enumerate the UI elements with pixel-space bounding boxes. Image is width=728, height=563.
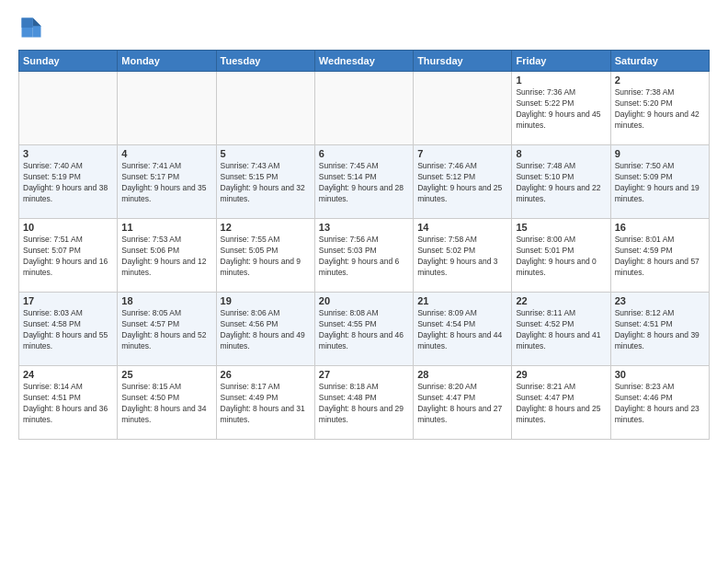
calendar-cell: 23Sunrise: 8:12 AM Sunset: 4:51 PM Dayli… bbox=[610, 293, 709, 366]
day-info: Sunrise: 8:17 AM Sunset: 4:49 PM Dayligh… bbox=[221, 382, 311, 426]
day-info: Sunrise: 7:56 AM Sunset: 5:03 PM Dayligh… bbox=[319, 235, 409, 279]
day-info: Sunrise: 7:41 AM Sunset: 5:17 PM Dayligh… bbox=[121, 161, 211, 205]
calendar-cell: 22Sunrise: 8:11 AM Sunset: 4:52 PM Dayli… bbox=[512, 293, 610, 366]
day-number: 19 bbox=[221, 295, 311, 306]
day-info: Sunrise: 7:45 AM Sunset: 5:14 PM Dayligh… bbox=[319, 161, 409, 205]
calendar-cell: 13Sunrise: 7:56 AM Sunset: 5:03 PM Dayli… bbox=[314, 219, 413, 293]
day-info: Sunrise: 8:15 AM Sunset: 4:50 PM Dayligh… bbox=[121, 382, 211, 426]
calendar-cell: 14Sunrise: 7:58 AM Sunset: 5:02 PM Dayli… bbox=[414, 219, 512, 293]
calendar-cell: 7Sunrise: 7:46 AM Sunset: 5:12 PM Daylig… bbox=[414, 145, 512, 219]
day-number: 17 bbox=[23, 295, 113, 306]
day-number: 11 bbox=[121, 222, 211, 233]
calendar-cell: 9Sunrise: 7:50 AM Sunset: 5:09 PM Daylig… bbox=[610, 145, 709, 219]
calendar-cell bbox=[314, 72, 413, 145]
day-number: 9 bbox=[615, 148, 705, 159]
day-info: Sunrise: 7:50 AM Sunset: 5:09 PM Dayligh… bbox=[615, 161, 705, 205]
day-info: Sunrise: 7:48 AM Sunset: 5:10 PM Dayligh… bbox=[516, 161, 606, 205]
calendar-cell bbox=[216, 72, 314, 145]
calendar-cell: 26Sunrise: 8:17 AM Sunset: 4:49 PM Dayli… bbox=[216, 366, 314, 440]
calendar-cell: 8Sunrise: 7:48 AM Sunset: 5:10 PM Daylig… bbox=[512, 145, 610, 219]
day-info: Sunrise: 7:51 AM Sunset: 5:07 PM Dayligh… bbox=[23, 235, 113, 279]
day-info: Sunrise: 7:43 AM Sunset: 5:15 PM Dayligh… bbox=[221, 161, 311, 205]
day-info: Sunrise: 7:46 AM Sunset: 5:12 PM Dayligh… bbox=[417, 161, 507, 205]
calendar-cell: 4Sunrise: 7:41 AM Sunset: 5:17 PM Daylig… bbox=[118, 145, 216, 219]
day-number: 25 bbox=[121, 369, 211, 380]
calendar-cell: 6Sunrise: 7:45 AM Sunset: 5:14 PM Daylig… bbox=[314, 145, 413, 219]
calendar-cell: 21Sunrise: 8:09 AM Sunset: 4:54 PM Dayli… bbox=[414, 293, 512, 366]
calendar-cell: 12Sunrise: 7:55 AM Sunset: 5:05 PM Dayli… bbox=[216, 219, 314, 293]
day-info: Sunrise: 8:12 AM Sunset: 4:51 PM Dayligh… bbox=[615, 308, 705, 352]
day-info: Sunrise: 8:11 AM Sunset: 4:52 PM Dayligh… bbox=[516, 308, 606, 352]
calendar-week-row: 24Sunrise: 8:14 AM Sunset: 4:51 PM Dayli… bbox=[19, 366, 710, 440]
day-info: Sunrise: 8:21 AM Sunset: 4:47 PM Dayligh… bbox=[516, 382, 606, 426]
day-number: 1 bbox=[516, 75, 606, 86]
calendar-cell bbox=[19, 72, 118, 145]
day-number: 28 bbox=[417, 369, 507, 380]
day-info: Sunrise: 8:23 AM Sunset: 4:46 PM Dayligh… bbox=[615, 382, 705, 426]
logo-icon bbox=[18, 15, 44, 40]
calendar-cell: 24Sunrise: 8:14 AM Sunset: 4:51 PM Dayli… bbox=[19, 366, 118, 440]
calendar-cell: 20Sunrise: 8:08 AM Sunset: 4:55 PM Dayli… bbox=[314, 293, 413, 366]
calendar-cell: 15Sunrise: 8:00 AM Sunset: 5:01 PM Dayli… bbox=[512, 219, 610, 293]
day-number: 16 bbox=[615, 222, 705, 233]
day-number: 2 bbox=[615, 75, 705, 86]
header bbox=[18, 15, 710, 40]
day-number: 8 bbox=[516, 148, 606, 159]
day-number: 18 bbox=[121, 295, 211, 306]
calendar-cell: 10Sunrise: 7:51 AM Sunset: 5:07 PM Dayli… bbox=[19, 219, 118, 293]
calendar-week-row: 1Sunrise: 7:36 AM Sunset: 5:22 PM Daylig… bbox=[19, 72, 710, 145]
day-info: Sunrise: 7:55 AM Sunset: 5:05 PM Dayligh… bbox=[221, 235, 311, 279]
day-number: 27 bbox=[319, 369, 409, 380]
day-info: Sunrise: 7:40 AM Sunset: 5:19 PM Dayligh… bbox=[23, 161, 113, 205]
svg-rect-4 bbox=[22, 18, 33, 29]
calendar-cell: 25Sunrise: 8:15 AM Sunset: 4:50 PM Dayli… bbox=[118, 366, 216, 440]
calendar-cell bbox=[118, 72, 216, 145]
calendar-cell: 17Sunrise: 8:03 AM Sunset: 4:58 PM Dayli… bbox=[19, 293, 118, 366]
day-number: 30 bbox=[615, 369, 705, 380]
day-number: 29 bbox=[516, 369, 606, 380]
day-number: 5 bbox=[221, 148, 311, 159]
day-info: Sunrise: 7:38 AM Sunset: 5:20 PM Dayligh… bbox=[615, 87, 705, 132]
weekday-header: Wednesday bbox=[314, 51, 413, 72]
calendar-week-row: 10Sunrise: 7:51 AM Sunset: 5:07 PM Dayli… bbox=[19, 219, 710, 293]
day-info: Sunrise: 8:14 AM Sunset: 4:51 PM Dayligh… bbox=[23, 382, 113, 426]
day-info: Sunrise: 8:06 AM Sunset: 4:56 PM Dayligh… bbox=[221, 308, 311, 352]
calendar-cell: 11Sunrise: 7:53 AM Sunset: 5:06 PM Dayli… bbox=[118, 219, 216, 293]
calendar-cell: 30Sunrise: 8:23 AM Sunset: 4:46 PM Dayli… bbox=[610, 366, 709, 440]
day-number: 15 bbox=[516, 222, 606, 233]
day-number: 4 bbox=[121, 148, 211, 159]
weekday-header: Monday bbox=[118, 51, 216, 72]
calendar-cell: 3Sunrise: 7:40 AM Sunset: 5:19 PM Daylig… bbox=[19, 145, 118, 219]
day-number: 26 bbox=[221, 369, 311, 380]
day-info: Sunrise: 8:05 AM Sunset: 4:57 PM Dayligh… bbox=[121, 308, 211, 352]
calendar-cell: 28Sunrise: 8:20 AM Sunset: 4:47 PM Dayli… bbox=[414, 366, 512, 440]
day-info: Sunrise: 8:08 AM Sunset: 4:55 PM Dayligh… bbox=[319, 308, 409, 352]
day-info: Sunrise: 8:03 AM Sunset: 4:58 PM Dayligh… bbox=[23, 308, 113, 352]
day-number: 14 bbox=[417, 222, 507, 233]
page: SundayMondayTuesdayWednesdayThursdayFrid… bbox=[0, 0, 728, 563]
calendar-cell: 19Sunrise: 8:06 AM Sunset: 4:56 PM Dayli… bbox=[216, 293, 314, 366]
day-number: 6 bbox=[319, 148, 409, 159]
calendar-cell: 5Sunrise: 7:43 AM Sunset: 5:15 PM Daylig… bbox=[216, 145, 314, 219]
day-number: 12 bbox=[221, 222, 311, 233]
day-number: 7 bbox=[417, 148, 507, 159]
calendar-cell bbox=[414, 72, 512, 145]
day-info: Sunrise: 8:09 AM Sunset: 4:54 PM Dayligh… bbox=[417, 308, 507, 352]
day-info: Sunrise: 8:00 AM Sunset: 5:01 PM Dayligh… bbox=[516, 235, 606, 279]
logo bbox=[18, 15, 46, 40]
calendar-cell: 27Sunrise: 8:18 AM Sunset: 4:48 PM Dayli… bbox=[314, 366, 413, 440]
calendar-cell: 2Sunrise: 7:38 AM Sunset: 5:20 PM Daylig… bbox=[610, 72, 709, 145]
weekday-header: Sunday bbox=[19, 51, 118, 72]
day-number: 20 bbox=[319, 295, 409, 306]
weekday-header: Thursday bbox=[414, 51, 512, 72]
calendar-cell: 1Sunrise: 7:36 AM Sunset: 5:22 PM Daylig… bbox=[512, 72, 610, 145]
calendar-cell: 29Sunrise: 8:21 AM Sunset: 4:47 PM Dayli… bbox=[512, 366, 610, 440]
day-number: 21 bbox=[417, 295, 507, 306]
calendar-cell: 16Sunrise: 8:01 AM Sunset: 4:59 PM Dayli… bbox=[610, 219, 709, 293]
day-info: Sunrise: 8:18 AM Sunset: 4:48 PM Dayligh… bbox=[319, 382, 409, 426]
day-number: 22 bbox=[516, 295, 606, 306]
day-info: Sunrise: 8:01 AM Sunset: 4:59 PM Dayligh… bbox=[615, 235, 705, 279]
day-number: 13 bbox=[319, 222, 409, 233]
day-info: Sunrise: 8:20 AM Sunset: 4:47 PM Dayligh… bbox=[417, 382, 507, 426]
day-number: 23 bbox=[615, 295, 705, 306]
